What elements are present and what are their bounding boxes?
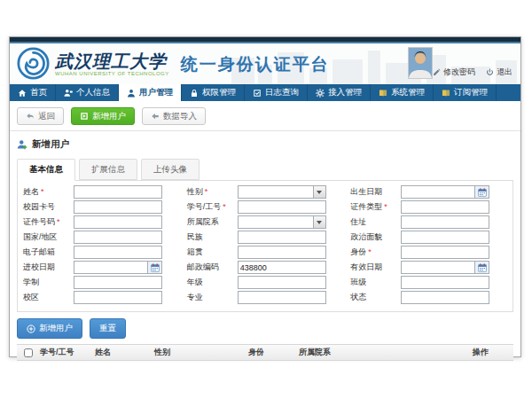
content: 返回 新增用户 数据导入 新增用户 基本信息扩展信息上传头像 姓名*性别*出生日… <box>10 101 520 361</box>
logout-label: 退出 <box>497 66 512 78</box>
tab[interactable]: 基本信息 <box>17 159 75 181</box>
form-input[interactable] <box>402 216 489 228</box>
form-input[interactable] <box>74 216 161 228</box>
logout-link[interactable]: 退出 <box>486 66 512 78</box>
form-input[interactable] <box>74 246 161 258</box>
required-star: * <box>384 202 387 211</box>
required-star: * <box>41 187 44 196</box>
reset-button[interactable]: 重置 <box>90 318 126 339</box>
nav-tab[interactable]: 订阅管理 <box>434 84 497 101</box>
nav-tab[interactable]: 日志查询 <box>245 84 308 101</box>
input-wrap <box>74 276 162 289</box>
form-input[interactable] <box>74 231 161 243</box>
power-icon <box>486 68 494 76</box>
form-input[interactable] <box>239 231 325 243</box>
field-label: 住址 <box>350 216 401 228</box>
form-input[interactable] <box>74 277 161 288</box>
input-wrap <box>401 246 489 259</box>
tab[interactable]: 上传头像 <box>141 159 200 180</box>
field-label: 姓名* <box>23 186 74 198</box>
calendar-icon[interactable] <box>474 262 489 273</box>
data-import-button[interactable]: 数据导入 <box>142 107 206 125</box>
select-all-cell <box>17 348 36 357</box>
field-label: 电子邮箱 <box>23 246 74 258</box>
select-all-checkbox[interactable] <box>24 348 33 357</box>
input-wrap <box>238 261 326 274</box>
back-button[interactable]: 返回 <box>17 107 64 125</box>
header: 武汉理工大学 WUHAN UNIVERSITY OF TECHNOLOGY 统一… <box>10 43 520 84</box>
form-field: 班级 <box>350 276 507 289</box>
nav-tab[interactable]: 首页 <box>10 84 56 101</box>
form-input[interactable] <box>74 201 161 213</box>
field-label: 政治面貌 <box>350 231 401 243</box>
nav-tab[interactable]: 系统管理 <box>371 84 434 101</box>
form-input[interactable] <box>402 292 489 303</box>
table-header-cell: 操作 <box>469 347 513 358</box>
form-input[interactable] <box>402 186 474 198</box>
form-input[interactable] <box>239 277 325 288</box>
tab[interactable]: 扩展信息 <box>79 159 137 180</box>
nav-tab[interactable]: 权限管理 <box>182 84 245 101</box>
input-wrap <box>238 215 326 229</box>
form-input[interactable] <box>402 262 474 273</box>
form-input[interactable] <box>74 292 161 303</box>
nav-tab[interactable]: 接入管理 <box>308 84 371 101</box>
form-input[interactable] <box>239 201 325 213</box>
dropdown-arrow-icon[interactable] <box>313 186 325 198</box>
calendar-icon[interactable] <box>147 262 161 273</box>
field-label-text: 年级 <box>187 278 203 286</box>
submit-add-user-button[interactable]: 新增用户 <box>17 318 82 339</box>
field-label-text: 证件号码 <box>23 217 55 226</box>
user-avatar[interactable] <box>408 47 433 79</box>
form-input[interactable] <box>402 246 489 258</box>
form-input[interactable] <box>402 201 489 213</box>
field-label-text: 状态 <box>350 293 366 301</box>
form-field: 状态 <box>350 291 507 304</box>
form-actions: 新增用户 重置 <box>17 318 513 339</box>
input-wrap <box>238 185 326 199</box>
form-input[interactable] <box>239 216 313 228</box>
dropdown-arrow-icon[interactable] <box>313 216 325 228</box>
gear-icon <box>316 89 325 98</box>
nav-tab[interactable]: 个人信息 <box>56 84 119 101</box>
pencil-icon <box>433 68 441 76</box>
form-input[interactable] <box>239 292 325 303</box>
nav-tab-label: 订阅管理 <box>454 87 488 98</box>
calendar-icon[interactable] <box>474 186 489 198</box>
field-label-text: 证件类型 <box>350 202 382 211</box>
input-wrap <box>74 215 162 229</box>
nav-tab[interactable]: 用户管理 <box>119 84 182 101</box>
log-check-icon <box>253 89 262 98</box>
form-field: 有效日期 <box>350 261 507 274</box>
add-user-toolbar-button[interactable]: 新增用户 <box>71 107 135 125</box>
form-field: 学号/工号* <box>187 200 344 214</box>
form-field: 学制 <box>23 276 180 289</box>
university-logo-icon <box>17 47 50 80</box>
field-label: 籍贯 <box>187 246 238 258</box>
form-input[interactable] <box>239 262 325 273</box>
field-label: 校园卡号 <box>23 201 74 213</box>
input-wrap <box>401 185 489 199</box>
plus-circle-icon <box>27 325 35 333</box>
form-input[interactable] <box>239 246 325 258</box>
form-field: 身份* <box>350 246 507 259</box>
data-import-label: 数据导入 <box>163 111 197 122</box>
form-input[interactable] <box>402 231 489 243</box>
form-input[interactable] <box>402 277 489 288</box>
form-input[interactable] <box>74 262 147 273</box>
form-tabs: 基本信息扩展信息上传头像 <box>17 159 513 180</box>
nav-tab-label: 日志查询 <box>265 87 299 98</box>
form-field: 证件类型* <box>350 200 507 214</box>
form-input[interactable] <box>74 186 161 198</box>
field-label-text: 校园卡号 <box>23 202 55 211</box>
header-actions: 修改密码 退出 <box>433 66 512 78</box>
field-label-text: 出生日期 <box>350 187 382 196</box>
required-star: * <box>223 202 226 211</box>
form-input[interactable] <box>239 186 313 198</box>
section-title-label: 新增用户 <box>32 138 69 151</box>
university-name: 武汉理工大学 WUHAN UNIVERSITY OF TECHNOLOGY <box>55 51 169 76</box>
university-name-en: WUHAN UNIVERSITY OF TECHNOLOGY <box>55 71 169 76</box>
nav-tab-label: 接入管理 <box>328 87 362 98</box>
change-password-link[interactable]: 修改密码 <box>433 66 475 78</box>
university-name-cn: 武汉理工大学 <box>55 51 169 71</box>
